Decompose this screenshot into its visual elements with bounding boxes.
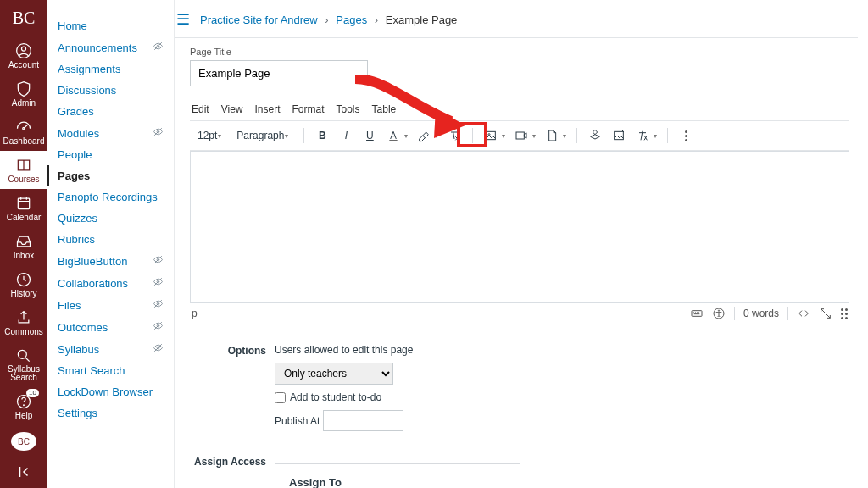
gnav-courses[interactable]: Courses <box>0 151 47 189</box>
course-nav-item[interactable]: Discussions <box>58 80 164 101</box>
gnav-account[interactable]: Account <box>0 36 47 75</box>
rce-menu-insert[interactable]: Insert <box>254 103 280 115</box>
clear-format-button[interactable] <box>443 125 465 147</box>
block-type-select[interactable]: Paragraph▾ <box>231 127 297 144</box>
course-nav-item[interactable]: LockDown Browser <box>58 381 164 402</box>
options-label: Options <box>190 344 275 431</box>
highlight-color-button[interactable] <box>413 125 435 147</box>
course-nav-link[interactable]: Settings <box>58 407 97 419</box>
fullscreen-icon[interactable] <box>819 307 832 320</box>
course-nav-link[interactable]: Rubrics <box>58 233 95 246</box>
hidden-icon <box>153 41 164 54</box>
course-nav-link[interactable]: LockDown Browser <box>58 385 153 398</box>
course-nav-item[interactable]: Pages <box>47 165 164 186</box>
course-nav-link[interactable]: Pages <box>58 169 90 182</box>
text-color-button[interactable] <box>382 125 404 147</box>
publish-at-input[interactable] <box>323 410 403 431</box>
rce-menu-tools[interactable]: Tools <box>337 103 360 115</box>
user-avatar[interactable]: BC <box>11 432 36 451</box>
svg-rect-18 <box>516 132 524 139</box>
course-nav-item[interactable]: Assignments <box>58 58 164 80</box>
assign-card: Assign To Everyone ✕ <box>275 463 520 488</box>
course-nav-item[interactable]: Files <box>58 294 164 316</box>
course-nav-link[interactable]: Files <box>58 299 81 312</box>
course-nav-item[interactable]: Smart Search <box>58 360 164 381</box>
gnav-admin[interactable]: Admin <box>0 75 47 113</box>
brand-logo[interactable]: BC <box>13 0 36 36</box>
resize-handle-icon[interactable] <box>841 308 848 319</box>
course-nav-link[interactable]: Announcements <box>58 42 137 54</box>
course-nav-item[interactable]: Grades <box>58 101 164 122</box>
course-nav-item[interactable]: Outcomes <box>58 316 164 338</box>
insert-image-button[interactable] <box>480 125 502 147</box>
course-nav-item[interactable]: Announcements <box>58 36 164 58</box>
rce-menubar: EditViewInsertFormatToolsTable <box>190 100 849 120</box>
rce-menu-edit[interactable]: Edit <box>192 103 209 115</box>
edit-permission-select[interactable]: Only teachers <box>275 363 393 385</box>
gnav-history[interactable]: History <box>0 265 47 303</box>
inbox-icon <box>14 232 33 251</box>
rce-content-area[interactable] <box>190 151 849 303</box>
course-nav-item[interactable]: Quizzes <box>58 208 164 229</box>
student-todo-checkbox[interactable] <box>275 392 286 403</box>
svg-rect-15 <box>390 140 398 141</box>
accessibility-checker-icon[interactable] <box>712 307 726 320</box>
more-toolbar-button[interactable] <box>675 125 697 147</box>
element-path[interactable]: p <box>192 308 198 319</box>
crumb-site[interactable]: Practice Site for Andrew <box>200 14 318 26</box>
hamburger-icon[interactable]: ☰ <box>176 10 190 29</box>
gnav-commons[interactable]: Commons <box>0 303 47 341</box>
course-nav-item[interactable]: Settings <box>58 402 164 424</box>
insert-media-button[interactable] <box>510 125 532 147</box>
collapse-nav-icon[interactable] <box>16 458 31 488</box>
italic-button[interactable]: I <box>335 125 357 147</box>
course-nav-link[interactable]: Discussions <box>58 84 116 97</box>
rce-menu-table[interactable]: Table <box>372 103 397 115</box>
word-count[interactable]: 0 words <box>743 308 779 319</box>
course-nav-link[interactable]: Modules <box>58 127 99 140</box>
course-nav-link[interactable]: Grades <box>58 105 94 118</box>
font-size-select[interactable]: 12pt▾ <box>192 127 230 144</box>
course-nav-link[interactable]: People <box>58 148 92 161</box>
underline-button[interactable]: U <box>359 125 381 147</box>
apps-button[interactable] <box>584 125 606 147</box>
rce-menu-format[interactable]: Format <box>292 103 325 115</box>
insert-document-button[interactable] <box>541 125 563 147</box>
course-nav-item[interactable]: Home <box>58 15 164 36</box>
course-nav-item[interactable]: Collaborations <box>58 272 164 294</box>
svg-point-7 <box>24 405 25 406</box>
rce-menu-view[interactable]: View <box>221 103 243 115</box>
course-nav-item[interactable]: Modules <box>58 122 164 144</box>
gnav-dashboard[interactable]: Dashboard <box>0 113 47 151</box>
course-nav-link[interactable]: Syllabus <box>58 343 99 356</box>
course-nav-item[interactable]: Panopto Recordings <box>58 186 164 208</box>
hidden-icon <box>153 276 164 290</box>
bold-button[interactable]: B <box>311 125 333 147</box>
keyboard-shortcuts-icon[interactable] <box>690 307 704 320</box>
gnav-calendar[interactable]: Calendar <box>0 189 47 227</box>
svg-rect-3 <box>18 198 29 209</box>
assign-to-title: Assign To <box>289 476 506 488</box>
course-nav-link[interactable]: Outcomes <box>58 321 108 334</box>
course-nav-link[interactable]: Home <box>58 19 87 32</box>
course-nav-item[interactable]: Rubrics <box>58 229 164 250</box>
course-nav-link[interactable]: Collaborations <box>58 277 128 290</box>
course-nav-item[interactable]: Syllabus <box>58 338 164 360</box>
gnav-help[interactable]: 10 Help <box>0 387 47 425</box>
course-nav-link[interactable]: Quizzes <box>58 212 97 225</box>
insert-link-button[interactable] <box>608 125 630 147</box>
gnav-syllabus-search[interactable]: Syllabus Search <box>0 341 47 387</box>
course-nav-item[interactable]: People <box>58 144 164 165</box>
course-nav-link[interactable]: Assignments <box>58 63 120 75</box>
help-badge: 10 <box>26 389 39 397</box>
html-editor-icon[interactable] <box>797 307 810 320</box>
hidden-icon <box>153 254 164 268</box>
equation-button[interactable] <box>632 125 654 147</box>
crumb-section[interactable]: Pages <box>336 14 367 26</box>
course-nav-link[interactable]: BigBlueButton <box>58 255 127 268</box>
page-title-input[interactable] <box>190 60 368 86</box>
gnav-inbox[interactable]: Inbox <box>0 227 47 265</box>
course-nav-item[interactable]: BigBlueButton <box>58 250 164 272</box>
course-nav-link[interactable]: Smart Search <box>58 364 125 377</box>
course-nav-link[interactable]: Panopto Recordings <box>58 191 158 203</box>
